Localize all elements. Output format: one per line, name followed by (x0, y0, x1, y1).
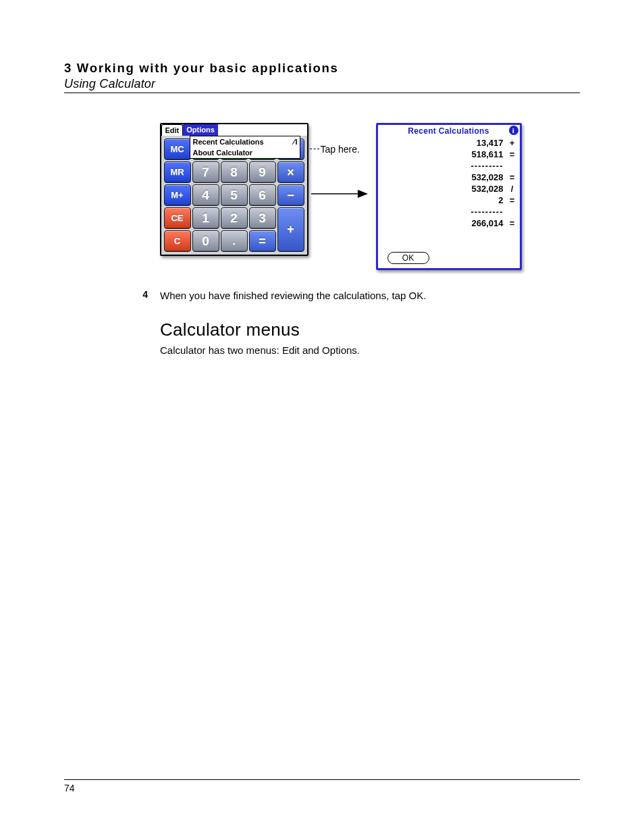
key-2[interactable]: 2 (221, 207, 248, 229)
menu-item-about-calculator[interactable]: About Calculator (190, 147, 300, 158)
recent-line: 266,014= (378, 217, 516, 229)
key-9[interactable]: 9 (249, 161, 276, 183)
key-minus[interactable]: − (277, 184, 304, 206)
key-plus[interactable]: + (277, 207, 304, 252)
key-equals[interactable]: = (249, 230, 276, 252)
recent-line: 532,028/ (378, 183, 516, 194)
figure-row: Edit Options Recent Calculations ⁄ I Abo… (64, 123, 580, 270)
menu-item-label: Recent Calculations (193, 138, 264, 146)
svg-marker-1 (357, 190, 367, 198)
recent-calculations-title: Recent Calculations i (378, 125, 520, 137)
key-4[interactable]: 4 (192, 184, 219, 206)
key-multiply[interactable]: × (277, 161, 304, 183)
key-3[interactable]: 3 (249, 207, 276, 229)
options-menu-dropdown: Recent Calculations ⁄ I About Calculator (190, 136, 300, 159)
page-footer: 74 (64, 779, 580, 793)
annotation-leader-line (310, 149, 319, 149)
recent-calculations-list: 13,417+ 518,611= --------- 532,028= 532,… (378, 137, 520, 249)
info-icon[interactable]: i (509, 126, 518, 135)
menu-item-shortcut: ⁄ I (294, 137, 297, 147)
page-header: 3 Working with your basic applications U… (64, 61, 580, 93)
key-1[interactable]: 1 (192, 207, 219, 229)
key-dot[interactable]: . (221, 230, 248, 252)
calculator-screenshot: Edit Options Recent Calculations ⁄ I Abo… (160, 123, 308, 256)
key-8[interactable]: 8 (221, 161, 248, 183)
step-4: 4 When you have finished reviewing the c… (64, 289, 580, 302)
menu-item-recent-calculations[interactable]: Recent Calculations ⁄ I (190, 136, 300, 147)
key-mc[interactable]: MC (164, 138, 191, 160)
menu-tab-edit[interactable]: Edit (161, 124, 184, 136)
step-text: When you have finished reviewing the cal… (160, 289, 580, 302)
key-ce[interactable]: CE (164, 207, 191, 229)
recent-calculations-title-text: Recent Calculations (408, 126, 489, 136)
recent-line: 532,028= (378, 172, 516, 183)
section-paragraph: Calculator has two menus: Edit and Optio… (160, 344, 580, 357)
arrow-icon (311, 188, 368, 200)
key-7[interactable]: 7 (192, 161, 219, 183)
recent-line: 518,611= (378, 149, 516, 160)
key-5[interactable]: 5 (221, 184, 248, 206)
menu-tab-options[interactable]: Options (183, 124, 219, 136)
section-subtitle: Using Calculator (64, 77, 580, 91)
recent-divider: --------- (378, 160, 516, 172)
ok-button[interactable]: OK (387, 252, 429, 264)
recent-line: 13,417+ (378, 137, 516, 149)
page-number: 74 (64, 783, 75, 793)
key-mr[interactable]: MR (164, 161, 191, 183)
annotation-column: Tap here. (308, 123, 376, 142)
key-c[interactable]: C (164, 230, 191, 252)
calculator-menubar: Edit Options (161, 124, 307, 136)
section-heading: Calculator menus (160, 319, 580, 340)
chapter-title: 3 Working with your basic applications (64, 61, 580, 76)
key-6[interactable]: 6 (249, 184, 276, 206)
recent-line: 2= (378, 194, 516, 206)
key-mplus[interactable]: M+ (164, 184, 191, 206)
key-0[interactable]: 0 (192, 230, 219, 252)
recent-divider: --------- (378, 206, 516, 217)
recent-calculations-screenshot: Recent Calculations i 13,417+ 518,611= -… (376, 123, 522, 270)
annotation-tap-here: Tap here. (321, 144, 360, 155)
step-number: 4 (64, 289, 160, 302)
